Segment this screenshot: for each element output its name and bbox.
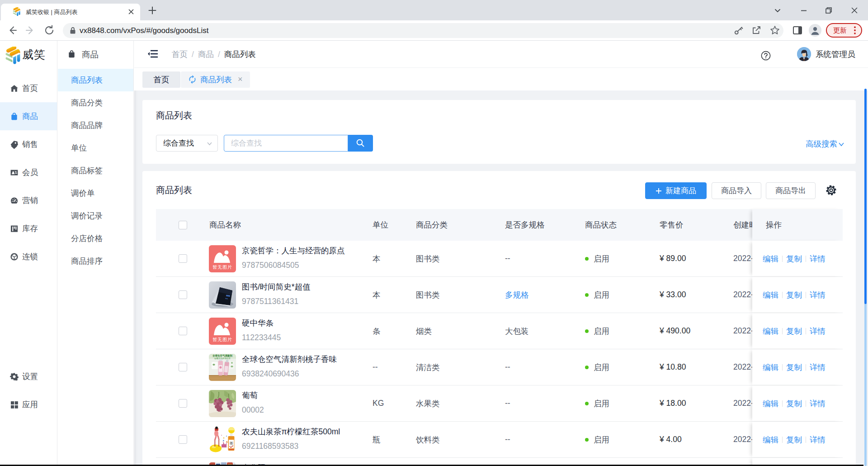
tab-refresh-icon[interactable] bbox=[188, 75, 197, 84]
detail-link[interactable]: 详情 bbox=[810, 434, 826, 445]
user-avatar[interactable] bbox=[797, 47, 811, 61]
submenu-item[interactable]: 商品列表 bbox=[58, 69, 133, 91]
product-status: 启用 bbox=[585, 241, 609, 276]
new-product-button[interactable]: 新建商品 bbox=[645, 182, 707, 199]
edit-link[interactable]: 编辑 bbox=[763, 253, 778, 264]
site-favicon-icon bbox=[12, 7, 21, 16]
sidebar-item-tag[interactable]: 销售 bbox=[0, 130, 57, 158]
copy-link[interactable]: 复制 bbox=[786, 326, 802, 337]
edit-link[interactable]: 编辑 bbox=[763, 362, 778, 373]
sidebar-item-member[interactable]: 会员 bbox=[0, 158, 57, 186]
sidebar-item-label: 营销 bbox=[22, 195, 38, 206]
import-button[interactable]: 商品导入 bbox=[712, 182, 761, 199]
tab-close-x-icon[interactable]: × bbox=[238, 71, 243, 87]
page-tab-home[interactable]: 首页 bbox=[142, 71, 180, 88]
ops-divider bbox=[806, 328, 806, 334]
product-created: 2022- bbox=[733, 422, 754, 457]
status-dot bbox=[585, 293, 589, 297]
submenu-item[interactable]: 调价单 bbox=[58, 182, 133, 204]
copy-link[interactable]: 复制 bbox=[786, 398, 802, 409]
edit-link[interactable]: 编辑 bbox=[763, 326, 778, 337]
submenu-item[interactable]: 商品品牌 bbox=[58, 114, 133, 137]
product-status: 启用 bbox=[585, 277, 609, 313]
browser-tab[interactable]: 威笑收银 | 商品列表 bbox=[1, 4, 140, 20]
product-created: 2022- bbox=[733, 241, 754, 276]
edit-link[interactable]: 编辑 bbox=[763, 290, 778, 300]
copy-link[interactable]: 复制 bbox=[786, 434, 802, 445]
page-scrollbar-thumb[interactable] bbox=[864, 89, 867, 304]
status-dot bbox=[585, 438, 589, 442]
row-checkbox[interactable] bbox=[179, 435, 187, 444]
breadcrumb-goods[interactable]: 商品 bbox=[198, 50, 214, 59]
sidebar-item-gauge[interactable]: 营销 bbox=[0, 186, 57, 214]
browser-update-button[interactable]: 更新 bbox=[826, 23, 862, 38]
ops-divider bbox=[782, 400, 783, 407]
advanced-search-link[interactable]: 高级搜索 bbox=[806, 138, 844, 149]
user-name[interactable]: 系统管理员 bbox=[816, 41, 855, 68]
main-area: 首页/商品/商品列表 系统管理员 首页 商品列表 × bbox=[134, 41, 868, 466]
edit-link[interactable]: 编辑 bbox=[763, 434, 778, 445]
sidebar-collapse-icon[interactable] bbox=[147, 48, 158, 59]
row-checkbox[interactable] bbox=[179, 399, 187, 408]
sidebar-item-apps[interactable]: 应用 bbox=[0, 390, 57, 418]
row-checkbox[interactable] bbox=[179, 363, 187, 371]
app-logo[interactable]: 威笑 bbox=[5, 47, 57, 65]
sidebar-item-label: 库存 bbox=[22, 223, 38, 234]
browser-profile-avatar[interactable] bbox=[809, 24, 821, 38]
page-tab-current[interactable]: 商品列表 × bbox=[181, 71, 250, 88]
submenu-item[interactable]: 商品排序 bbox=[58, 250, 133, 272]
key-icon[interactable] bbox=[732, 24, 745, 37]
edit-link[interactable]: 编辑 bbox=[763, 398, 778, 409]
search-input[interactable]: 综合查找 bbox=[224, 135, 348, 152]
product-name: 硬中华条 bbox=[242, 318, 274, 328]
breadcrumb: 首页/商品/商品列表 bbox=[172, 41, 256, 68]
logo-text: 威笑 bbox=[22, 47, 46, 62]
sidebar-item-label: 会员 bbox=[22, 167, 38, 178]
export-button[interactable]: 商品导出 bbox=[766, 182, 816, 199]
table-row: 图书/时间简史*超值 9787511361431 本 图书类 多规格 启用 ¥ … bbox=[156, 277, 843, 313]
copy-link[interactable]: 复制 bbox=[786, 290, 802, 300]
product-spec: 多规格 bbox=[505, 277, 529, 313]
side-panel-icon[interactable] bbox=[791, 24, 804, 37]
forward-button[interactable] bbox=[24, 24, 37, 37]
sidebar-item-bag[interactable]: 商品 bbox=[0, 102, 57, 130]
detail-link[interactable]: 详情 bbox=[810, 290, 826, 300]
share-icon[interactable] bbox=[750, 24, 763, 37]
product-name: 图书/时间简史*超值 bbox=[242, 281, 311, 292]
copy-link[interactable]: 复制 bbox=[786, 253, 802, 264]
sidebar-item-chain[interactable]: 连锁 bbox=[0, 243, 57, 271]
submenu-item[interactable]: 分店价格 bbox=[58, 227, 133, 250]
submenu-item[interactable]: 调价记录 bbox=[58, 204, 133, 227]
select-all-checkbox[interactable] bbox=[179, 221, 187, 229]
submenu-item[interactable]: 单位 bbox=[58, 137, 133, 159]
sidebar-item-board[interactable]: 库存 bbox=[0, 214, 57, 243]
table-settings-gear-icon[interactable] bbox=[826, 185, 836, 195]
row-checkbox[interactable] bbox=[179, 254, 187, 263]
product-created: 2022- bbox=[733, 385, 754, 421]
sidebar-item-label: 商品 bbox=[22, 111, 38, 122]
url-text[interactable]: vx8848.com/vxPos/#/goods/goodsList bbox=[80, 23, 208, 38]
search-button[interactable] bbox=[348, 135, 373, 152]
back-button[interactable] bbox=[6, 24, 19, 37]
breadcrumb-home[interactable]: 首页 bbox=[172, 50, 188, 59]
detail-link[interactable]: 详情 bbox=[810, 398, 826, 409]
sidebar-item-home[interactable]: 首页 bbox=[0, 74, 57, 102]
copy-link[interactable]: 复制 bbox=[786, 362, 802, 373]
page-tabs: 首页 商品列表 × bbox=[134, 68, 868, 90]
new-tab-button[interactable] bbox=[146, 5, 158, 16]
submenu-item[interactable]: 商品分类 bbox=[58, 91, 133, 114]
detail-link[interactable]: 详情 bbox=[810, 253, 826, 264]
row-checkbox[interactable] bbox=[179, 290, 187, 299]
reload-button[interactable] bbox=[43, 24, 56, 37]
sidebar-item-settings[interactable]: 设置 bbox=[0, 362, 57, 390]
submenu-item[interactable]: 商品标签 bbox=[58, 159, 133, 182]
search-type-select[interactable]: 综合查找 bbox=[156, 135, 218, 152]
detail-link[interactable]: 详情 bbox=[810, 362, 826, 373]
help-icon[interactable] bbox=[761, 51, 771, 61]
detail-link[interactable]: 详情 bbox=[810, 326, 826, 337]
product-category: 饮料类 bbox=[416, 422, 440, 457]
lock-icon[interactable] bbox=[69, 27, 76, 36]
bookmark-star-icon[interactable] bbox=[769, 24, 781, 37]
tab-close-icon[interactable] bbox=[127, 7, 136, 16]
row-checkbox[interactable] bbox=[179, 327, 187, 335]
